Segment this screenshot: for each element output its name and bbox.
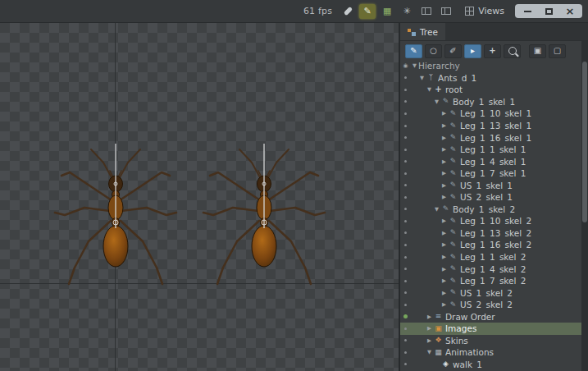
tree-row-leg-1-13-skel-1[interactable]: ▶✎Leg_1_13_skel_1_ xyxy=(400,120,581,132)
tree-row-leg-1-13-skel-2[interactable]: ▶✎Leg_1_13_skel_2_ xyxy=(400,227,581,240)
tree-row-leg-1-1-skel-1[interactable]: ▶✎Leg_1_1_skel_1_ xyxy=(400,144,581,156)
visibility-dot[interactable] xyxy=(400,89,411,91)
tree-row-leg-1-16-skel-2[interactable]: ▶✎Leg_1_16_skel_2_ xyxy=(400,239,581,251)
visibility-dot[interactable] xyxy=(400,256,411,259)
dock-panel-tool-button[interactable] xyxy=(418,4,435,19)
visibility-dot[interactable] xyxy=(400,244,411,246)
close-button[interactable]: × xyxy=(560,5,580,17)
chevron-collapsed-icon[interactable]: ▶ xyxy=(440,254,448,260)
save-button[interactable]: ▣ xyxy=(529,44,546,58)
tab-tree[interactable]: Tree xyxy=(400,23,445,40)
visibility-dot[interactable] xyxy=(400,160,411,163)
chevron-collapsed-icon[interactable]: ▶ xyxy=(440,290,448,296)
center-selection-button[interactable]: + xyxy=(484,44,501,58)
visibility-dot[interactable] xyxy=(400,314,411,318)
tree-row-draw-order[interactable]: ▶≡Draw Order xyxy=(400,310,581,323)
visibility-dot[interactable] xyxy=(400,231,411,234)
chevron-collapsed-icon[interactable]: ▶ xyxy=(440,230,448,236)
visibility-dot[interactable] xyxy=(400,136,411,139)
tree-row-skins[interactable]: ▶❖Skins xyxy=(400,335,581,347)
chevron-collapsed-icon[interactable]: ▶ xyxy=(440,122,448,129)
chevron-collapsed-icon[interactable]: ▶ xyxy=(440,110,448,117)
visibility-dot[interactable] xyxy=(400,149,411,151)
visibility-eye-icon[interactable]: ◉ xyxy=(400,62,411,69)
visibility-dot[interactable] xyxy=(400,125,411,127)
chevron-collapsed-icon[interactable]: ▶ xyxy=(440,135,448,141)
grid-tool-button[interactable]: ▦ xyxy=(379,4,395,19)
panel-splitter[interactable] xyxy=(399,23,400,371)
visibility-dot[interactable] xyxy=(400,304,411,306)
chevron-collapsed-icon[interactable]: ▶ xyxy=(426,325,433,332)
maximize-button[interactable] xyxy=(539,5,558,17)
visibility-dot[interactable] xyxy=(400,268,411,270)
chevron-collapsed-icon[interactable]: ▶ xyxy=(440,170,448,176)
ant-sprite[interactable] xyxy=(203,144,325,284)
visibility-dot[interactable] xyxy=(400,100,411,103)
tree-row-leg-1-7-skel-2[interactable]: ▶✎Leg_1_7_skel_2_ xyxy=(400,275,581,287)
chevron-expanded-icon[interactable]: ▼ xyxy=(433,206,440,213)
visibility-dot[interactable] xyxy=(400,196,411,199)
chevron-collapsed-icon[interactable]: ▶ xyxy=(440,241,448,248)
viewport[interactable] xyxy=(0,23,399,371)
tree-row-us-1-skel-2[interactable]: ▶✎US_1_skel_2_ xyxy=(400,286,581,299)
layout-panel-tool-button[interactable] xyxy=(438,4,454,19)
tree-row-leg-1-7-skel-1[interactable]: ▶✎Leg_1_7_skel_1_ xyxy=(400,167,581,180)
tree-row-leg-1-10-skel-2[interactable]: ▶✎Leg_1_10_skel_2_ xyxy=(400,215,581,227)
tree-row-images[interactable]: ▶▣Images xyxy=(400,323,581,335)
ant-sprite[interactable] xyxy=(55,144,176,284)
chevron-collapsed-icon[interactable]: ▶ xyxy=(440,146,448,153)
chevron-collapsed-icon[interactable]: ▶ xyxy=(440,277,448,284)
tree-row-body-1-skel-2[interactable]: ▼✎Body_1_skel_2_ xyxy=(400,204,581,216)
tree-row-walk-1[interactable]: ◈walk_1 xyxy=(400,359,581,371)
tree-row-leg-1-4-skel-1[interactable]: ▶✎Leg_1_4_skel_1_ xyxy=(400,155,581,167)
tree-row-animations[interactable]: ▼▦Animations xyxy=(400,346,581,359)
visibility-dot[interactable] xyxy=(400,112,411,115)
visibility-dot[interactable] xyxy=(400,339,411,341)
filter-attachments-button[interactable]: ✎ xyxy=(405,44,422,58)
visibility-dot[interactable] xyxy=(400,327,411,330)
tree-row-leg-1-16-skel-1[interactable]: ▶✎Leg_1_16_skel_1_ xyxy=(400,131,581,144)
visibility-dot[interactable] xyxy=(400,184,411,186)
chevron-expanded-icon[interactable]: ▼ xyxy=(426,86,433,93)
settings-tool-button[interactable]: ✳ xyxy=(399,4,415,19)
tree-row-hierarchy[interactable]: ◉▼Hierarchy xyxy=(400,60,581,72)
viewport-canvas[interactable] xyxy=(0,23,399,371)
visibility-dot[interactable] xyxy=(400,220,411,222)
filter-pick-button[interactable]: ✐ xyxy=(444,44,462,58)
chevron-expanded-icon[interactable]: ▼ xyxy=(433,98,440,105)
filter-slots-button[interactable]: ○ xyxy=(425,44,442,58)
tree-row-leg-1-1-skel-2[interactable]: ▶✎Leg_1_1_skel_2_ xyxy=(400,251,581,263)
chevron-collapsed-icon[interactable]: ▶ xyxy=(440,182,448,189)
views-button[interactable]: Views xyxy=(462,4,508,18)
chevron-collapsed-icon[interactable]: ▶ xyxy=(426,314,433,320)
bone-tool-button[interactable] xyxy=(340,4,356,19)
tree-row-ants-d-1[interactable]: ▼ᛉAnts_d_1 xyxy=(400,72,581,85)
paint-tool-button[interactable]: ✎ xyxy=(359,4,376,19)
chevron-collapsed-icon[interactable]: ▶ xyxy=(426,337,433,344)
export-button[interactable]: ▢ xyxy=(549,44,566,58)
chevron-collapsed-icon[interactable]: ▶ xyxy=(440,194,448,200)
visibility-dot[interactable] xyxy=(400,291,411,294)
tree-row-leg-1-4-skel-2[interactable]: ▶✎Leg_1_4_skel_2_ xyxy=(400,263,581,275)
chevron-expanded-icon[interactable]: ▼ xyxy=(411,62,418,69)
visibility-dot[interactable] xyxy=(400,280,411,282)
filter-select-button[interactable]: ▸ xyxy=(464,44,481,58)
visibility-dot[interactable] xyxy=(400,363,411,365)
chevron-collapsed-icon[interactable]: ▶ xyxy=(440,266,448,273)
tree-row-us-2-skel-2[interactable]: ▶✎US_2_skel_2_ xyxy=(400,299,581,311)
chevron-expanded-icon[interactable]: ▼ xyxy=(418,75,426,81)
visibility-dot[interactable] xyxy=(400,172,411,175)
search-button[interactable] xyxy=(504,44,521,58)
chevron-collapsed-icon[interactable]: ▶ xyxy=(440,158,448,165)
chevron-collapsed-icon[interactable]: ▶ xyxy=(440,218,448,224)
chevron-collapsed-icon[interactable]: ▶ xyxy=(440,301,448,308)
tree-row-root[interactable]: ▼+root xyxy=(400,84,581,96)
tree-scrollbar[interactable] xyxy=(581,40,588,371)
tree-scrollbar-thumb[interactable] xyxy=(582,62,587,222)
chevron-expanded-icon[interactable]: ▼ xyxy=(426,349,433,355)
tree-row-body-1-skel-1[interactable]: ▼✎Body_1_skel_1_ xyxy=(400,96,581,108)
tree-row-us-1-skel-1[interactable]: ▶✎US_1_skel_1_ xyxy=(400,179,581,191)
visibility-dot[interactable] xyxy=(400,76,411,79)
visibility-dot[interactable] xyxy=(400,208,411,210)
tree-row-leg-1-10-skel-1[interactable]: ▶✎Leg_1_10_skel_1_ xyxy=(400,108,581,120)
